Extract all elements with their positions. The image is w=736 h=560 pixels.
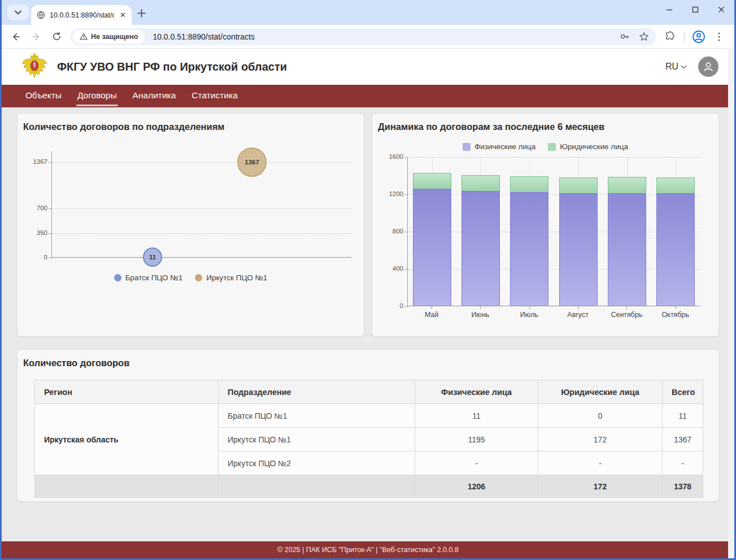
region-cell: Иркутская область: [35, 404, 219, 475]
y-axis-label: 0: [24, 254, 47, 261]
legend-item-2[interactable]: Юридические лица: [548, 142, 628, 151]
legend-swatch-icon: [548, 143, 556, 151]
bookmark-star-icon[interactable]: [639, 32, 649, 42]
legend-item-1[interactable]: Братск ПЦО №1: [114, 274, 183, 282]
total-cell: 1378: [663, 475, 703, 498]
nav-tab-2[interactable]: Договоры: [77, 85, 117, 107]
browser-tab[interactable]: 10.0.0.51:8890/stat/contracts ✕: [31, 5, 132, 25]
bar-segment-jur: [510, 176, 548, 192]
bar-Август: [559, 177, 598, 306]
table-row: Иркутская областьБратск ПЦО №111011: [35, 404, 703, 428]
x-axis-label: Май: [412, 306, 451, 319]
password-key-icon[interactable]: [619, 31, 630, 42]
maximize-button[interactable]: [682, 0, 708, 19]
bar-slot: [656, 157, 695, 306]
user-avatar[interactable]: [698, 57, 718, 77]
page-footer: © 2025 | ПАК ИСБ "Приток-А" | "Веб-стати…: [2, 541, 734, 558]
x-axis-tick: [578, 306, 578, 309]
bar-segment-fiz: [510, 192, 548, 306]
y-axis-label: 700: [24, 205, 47, 211]
forward-button[interactable]: [27, 27, 46, 46]
chevron-down-icon: [681, 65, 687, 69]
x-axis-tick: [480, 306, 481, 309]
bar-segment-jur: [559, 177, 598, 193]
browser-toolbar: Не защищено 10.0.0.51:8890/stat/contract…: [2, 25, 734, 49]
axis-tick: [49, 258, 52, 258]
bar-chart-legend: Физические лицаЮридические лица: [378, 142, 713, 151]
legend-label: Физические лица: [474, 142, 535, 151]
scrollbar[interactable]: [728, 49, 734, 558]
column-header: Физические лица: [415, 380, 538, 404]
bar-chart-plot: 040080012001600: [407, 157, 700, 306]
axis-tick: [49, 233, 52, 234]
header-right: RU: [665, 57, 718, 77]
browser-window: 10.0.0.51:8890/stat/contracts ✕: [0, 0, 736, 560]
active-tab-underline: [76, 105, 118, 106]
column-header: Подразделение: [219, 380, 415, 404]
total-cell: 172: [538, 475, 663, 498]
nav-tab-label: Статистика: [191, 90, 237, 100]
empty-cell: [35, 475, 219, 498]
toolbar-divider: [684, 32, 685, 42]
x-axis-label: Июнь: [461, 306, 499, 319]
bar-slot: [559, 157, 598, 306]
gridline: [52, 162, 351, 163]
bar-slot: [510, 157, 548, 306]
legend-item-1[interactable]: Физические лица: [463, 142, 535, 151]
x-axis-tick: [432, 306, 432, 309]
bar-Июнь: [461, 175, 500, 306]
x-axis-tick: [676, 306, 676, 309]
bar-segment-fiz: [461, 191, 500, 306]
security-chip-label: Не защищено: [91, 33, 138, 41]
bar-chart-xlabels: МайИюньИюльАвгустСентябрьОктябрь: [407, 306, 700, 319]
site-header: ФКГУ УВО ВНГ РФ по Иркутской области RU: [2, 49, 734, 85]
nav-tab-4[interactable]: Статистика: [191, 85, 237, 107]
extensions-button[interactable]: [660, 27, 680, 46]
bubble-point-1: 11: [143, 248, 162, 267]
bar-segment-jur: [608, 177, 646, 193]
nav-tab-1[interactable]: Объекты: [25, 85, 62, 107]
new-tab-button[interactable]: [137, 9, 146, 19]
cell-fiz: 1195: [415, 428, 538, 452]
x-axis-label: Сентябрь: [607, 306, 646, 319]
kebab-menu-icon: [718, 32, 720, 41]
legend-item-2[interactable]: Иркутск ПЦО №1: [195, 274, 267, 282]
reload-button[interactable]: [47, 27, 66, 46]
minimize-button[interactable]: [656, 0, 682, 19]
language-label: RU: [665, 62, 678, 72]
browser-menu-button[interactable]: [709, 27, 729, 46]
nav-tab-3[interactable]: Аналитика: [133, 85, 176, 107]
bar-segment-fiz: [608, 193, 646, 306]
y-axis-label: 1600: [380, 153, 403, 160]
reload-icon: [52, 32, 62, 41]
contracts-table: РегионПодразделениеФизические лицаЮридич…: [34, 380, 703, 498]
footer-text: © 2025 | ПАК ИСБ "Приток-А" | "Веб-стати…: [277, 546, 459, 554]
warning-icon: [80, 33, 88, 40]
tab-close-button[interactable]: ✕: [119, 10, 127, 20]
legend-label: Братск ПЦО №1: [125, 274, 183, 282]
tab-search-button[interactable]: [7, 5, 29, 20]
profile-button[interactable]: [689, 27, 708, 46]
back-button[interactable]: [6, 27, 25, 46]
bubble-chart-card: Количество договоров по подразделениям 1…: [17, 113, 364, 337]
url-text: 10.0.0.51:8890/stat/contracts: [153, 32, 615, 41]
cell-fiz: -: [415, 452, 538, 475]
bubble-chart-title: Количество договоров по подразделениям: [23, 121, 358, 132]
legend-label: Юридические лица: [560, 142, 628, 151]
cell-jur: 0: [538, 404, 663, 428]
y-axis-label: 400: [380, 265, 403, 272]
address-bar[interactable]: Не защищено 10.0.0.51:8890/stat/contract…: [71, 28, 656, 45]
axis-tick: [49, 162, 52, 163]
security-chip[interactable]: Не защищено: [73, 30, 145, 44]
gridline: [52, 233, 351, 234]
y-axis-label: 1367: [24, 158, 47, 165]
bars-row: [408, 157, 700, 306]
bar-segment-fiz: [413, 189, 451, 306]
x-axis-label: Июль: [510, 306, 548, 319]
bar-slot: [413, 157, 451, 306]
tab-title: 10.0.0.51:8890/stat/contracts: [50, 11, 114, 19]
language-selector[interactable]: RU: [665, 62, 687, 72]
bubble-chart-plot: 13677003500111367: [51, 151, 351, 258]
close-window-button[interactable]: [708, 0, 734, 19]
omnibox-icons: [619, 31, 649, 42]
